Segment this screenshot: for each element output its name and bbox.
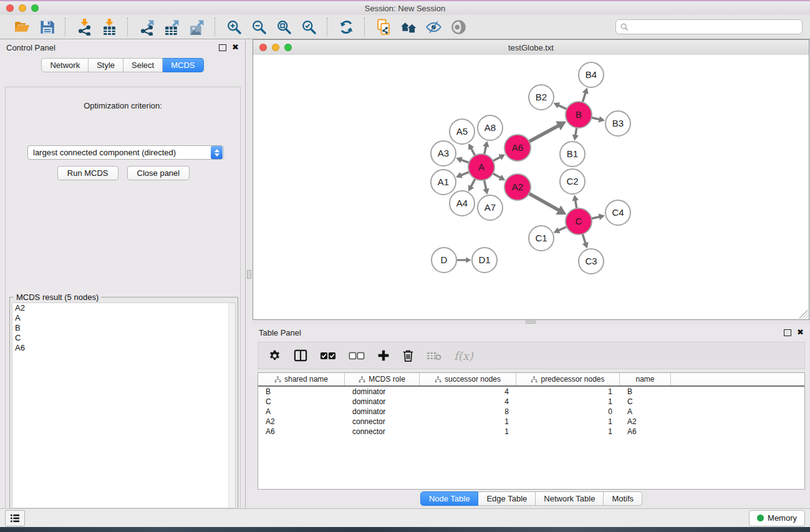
cell-name[interactable]: B	[620, 387, 671, 396]
table-row[interactable]: Cdominator41C	[258, 397, 804, 407]
node-table[interactable]: shared nameMCDS rolesuccessor nodesprede…	[258, 372, 805, 490]
node-label-A: A	[478, 162, 485, 172]
cell-name[interactable]: A2	[620, 417, 671, 426]
cell-successor-nodes[interactable]: 8	[420, 407, 516, 416]
select-all-checkboxes-button[interactable]	[320, 352, 336, 360]
column-header-shared-name[interactable]: shared name	[258, 373, 345, 385]
mcds-result-item[interactable]: A2	[12, 303, 235, 313]
cell-predecessor-nodes[interactable]: 1	[516, 417, 620, 426]
cell-shared-name[interactable]: A2	[258, 417, 345, 426]
export-table-button[interactable]	[161, 17, 182, 37]
zoom-in-button[interactable]	[223, 17, 244, 37]
tab-network-table[interactable]: Network Table	[536, 491, 604, 506]
window-resize-grip[interactable]	[799, 310, 808, 319]
mcds-result-list[interactable]: A2ABCA6	[12, 302, 236, 508]
column-header-predecessor-nodes[interactable]: predecessor nodes	[516, 373, 620, 385]
cell-name[interactable]: A6	[620, 427, 671, 436]
float-panel-icon[interactable]	[219, 44, 226, 51]
cell-shared-name[interactable]: B	[258, 387, 345, 396]
zoom-out-button[interactable]	[248, 17, 269, 37]
column-header-successor-nodes[interactable]: successor nodes	[420, 373, 516, 385]
zoom-fit-button[interactable]	[273, 17, 294, 37]
column-header-mcds-role[interactable]: MCDS role	[345, 373, 420, 385]
cell-mcds-role[interactable]: dominator	[345, 407, 420, 416]
trash-icon	[402, 349, 414, 362]
cell-successor-nodes[interactable]: 4	[420, 397, 516, 406]
task-history-button[interactable]	[5, 510, 25, 526]
table-row[interactable]: A6connector11A6	[258, 427, 804, 437]
horizontal-splitter-handle[interactable]	[526, 321, 536, 324]
cell-mcds-role[interactable]: dominator	[345, 397, 420, 406]
network-graph[interactable]: B4B2BB3A8A5A6A3B1AA1C2A2A4A7C4CC1C3DD1	[253, 55, 809, 319]
memory-button[interactable]: Memory	[749, 510, 805, 526]
optimization-criterion-label: Optimization criterion:	[6, 101, 240, 110]
search-field[interactable]	[615, 19, 803, 34]
cell-predecessor-nodes[interactable]: 0	[516, 407, 620, 416]
clone-network-icon	[375, 19, 392, 36]
cell-shared-name[interactable]: A6	[258, 427, 345, 436]
add-column-button[interactable]	[377, 349, 390, 362]
export-network-button[interactable]	[136, 17, 157, 37]
network-window-titlebar[interactable]: testGlobe.txt	[253, 40, 809, 56]
vertical-splitter-handle[interactable]	[247, 270, 251, 279]
cell-mcds-role[interactable]: connector	[345, 427, 420, 436]
cell-successor-nodes[interactable]: 4	[420, 387, 516, 396]
tab-motifs[interactable]: Motifs	[604, 491, 642, 506]
cell-mcds-role[interactable]: connector	[345, 417, 420, 426]
deselect-all-checkboxes-button[interactable]	[349, 352, 365, 360]
import-network-button[interactable]	[74, 17, 95, 37]
mcds-result-item[interactable]: B	[12, 323, 235, 333]
column-layout-button[interactable]	[294, 349, 307, 362]
scrollbar-track[interactable]	[228, 303, 235, 508]
cell-name[interactable]: C	[620, 397, 671, 406]
graphics-details-toggle-button[interactable]	[423, 17, 444, 37]
mcds-result-item[interactable]: A	[12, 313, 235, 323]
delete-table-button[interactable]	[427, 351, 441, 360]
node-label-A4: A4	[456, 198, 468, 208]
table-row[interactable]: Bdominator41B	[258, 387, 804, 397]
refresh-button[interactable]	[335, 17, 357, 37]
float-table-panel-icon[interactable]	[784, 329, 791, 336]
function-builder-button[interactable]: f(x)	[454, 349, 473, 362]
tab-style[interactable]: Style	[89, 58, 123, 72]
network-overview-button[interactable]	[398, 17, 419, 37]
cell-shared-name[interactable]: C	[258, 397, 345, 406]
import-table-button[interactable]	[99, 17, 120, 37]
tab-select[interactable]: Select	[123, 58, 163, 72]
table-row[interactable]: Adominator80A	[258, 407, 804, 417]
cell-mcds-role[interactable]: dominator	[345, 387, 420, 396]
tab-node-table[interactable]: Node Table	[420, 491, 479, 506]
horizontal-splitter[interactable]	[253, 320, 810, 324]
tab-edge-table[interactable]: Edge Table	[478, 491, 536, 506]
delete-column-button[interactable]	[402, 349, 414, 362]
tab-mcds[interactable]: MCDS	[163, 58, 203, 72]
mcds-result-item[interactable]: C	[12, 333, 235, 343]
show-hide-view-button[interactable]	[448, 17, 469, 37]
cell-successor-nodes[interactable]: 1	[420, 417, 516, 426]
plus-icon	[377, 349, 390, 362]
table-row[interactable]: A2connector11A2	[258, 417, 804, 427]
cell-successor-nodes[interactable]: 1	[420, 427, 516, 436]
save-session-button[interactable]	[36, 17, 57, 37]
tab-network[interactable]: Network	[41, 58, 89, 72]
export-image-button[interactable]	[186, 17, 207, 37]
run-mcds-button[interactable]: Run MCDS	[57, 166, 118, 180]
column-header-name[interactable]: name	[620, 373, 671, 385]
close-panel-button[interactable]: Close panel	[127, 166, 190, 180]
cell-predecessor-nodes[interactable]: 1	[516, 397, 620, 406]
cell-shared-name[interactable]: A	[258, 407, 345, 416]
table-settings-button[interactable]	[268, 349, 281, 362]
search-input[interactable]	[629, 21, 802, 33]
cell-predecessor-nodes[interactable]: 1	[516, 427, 620, 436]
cell-name[interactable]: A	[620, 407, 671, 416]
cell-predecessor-nodes[interactable]: 1	[516, 387, 620, 396]
open-file-button[interactable]	[11, 17, 32, 37]
zoom-selected-button[interactable]	[298, 17, 319, 37]
zoom-selected-icon	[301, 19, 317, 36]
mcds-result-item[interactable]: A6	[12, 343, 235, 353]
network-canvas[interactable]: B4B2BB3A8A5A6A3B1AA1C2A2A4A7C4CC1C3DD1	[253, 55, 809, 319]
optimization-criterion-select[interactable]: largest connected component (directed)	[27, 145, 224, 160]
new-network-from-selection-button[interactable]	[373, 17, 394, 37]
close-table-panel-icon[interactable]: ✖	[797, 329, 804, 336]
close-panel-icon[interactable]: ✖	[232, 44, 239, 51]
